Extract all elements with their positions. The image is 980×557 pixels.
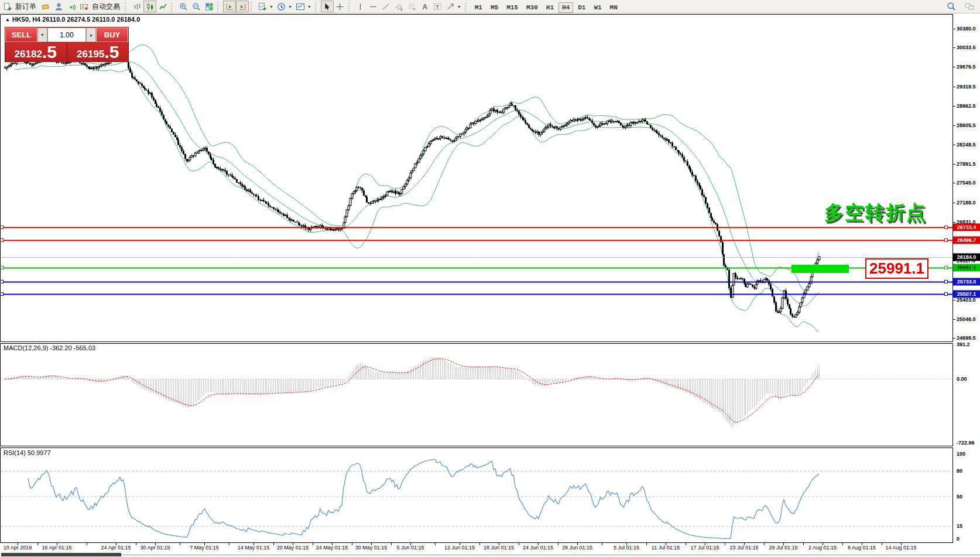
toolbar-gripper [465, 2, 468, 11]
candle-chart-button[interactable] [143, 1, 156, 12]
cursor-button[interactable] [321, 1, 334, 12]
volume-decrease-button[interactable]: ▼ [37, 28, 47, 42]
time-tick-mark [332, 543, 333, 545]
time-minor-tick-mark [37, 543, 38, 545]
timeframe-button-W1[interactable]: W1 [590, 2, 605, 13]
price-tick-label: 29319.5 [957, 84, 976, 90]
rsi-tick-label: 50 [957, 494, 962, 500]
timeframe-button-M30[interactable]: M30 [523, 2, 542, 13]
time-tick-mark [538, 543, 539, 545]
rsi-pane[interactable] [0, 447, 953, 543]
buy-price[interactable]: 26195.5 [68, 43, 129, 62]
pivot-annotation-text[interactable]: 多空转折点 [824, 200, 927, 226]
arrows-dropdown[interactable]: ▼ [444, 1, 463, 12]
periods-dropdown[interactable]: ▼ [275, 1, 294, 12]
line-chart-icon [159, 2, 167, 11]
time-tick-mark [705, 543, 705, 545]
time-tick-label: 11 Jul 01:15 [652, 545, 680, 551]
indicators-dropdown[interactable]: ▼ [294, 1, 313, 12]
time-tick-label: 30 May 01:15 [355, 545, 388, 551]
chat-button[interactable] [962, 1, 976, 12]
time-tick-label: 24 Apr 01:15 [101, 545, 131, 551]
auto-scroll-button[interactable] [223, 1, 236, 12]
timeframe-button-H4[interactable]: H4 [558, 2, 573, 13]
current-price-badge: 26184.0 [953, 253, 980, 261]
timeframe-button-MN[interactable]: MN [606, 2, 621, 13]
zoom-out-button[interactable] [190, 1, 203, 12]
buy-price-pips: .5 [104, 43, 119, 61]
new-chart-dropdown[interactable]: ▼ [256, 1, 275, 12]
chart-title: ▲HK50, H4 26110.0 26274.5 26110.0 26184.… [5, 16, 140, 23]
equidistant-channel-button[interactable]: E [393, 1, 406, 12]
time-tick-label: 12 Jun 01:15 [444, 545, 475, 551]
trendline-button[interactable] [380, 1, 393, 12]
crosshair-button[interactable] [334, 1, 347, 12]
price-tick-mark [953, 164, 955, 165]
time-tick-mark [116, 543, 116, 545]
sell-price[interactable]: 26182.5 [5, 43, 66, 62]
time-tick-label: 10 Apr 2019 [4, 545, 32, 551]
horizontal-scrollbar-track[interactable] [121, 555, 980, 555]
vertical-line-icon [356, 2, 365, 11]
fibonacci-icon: F [407, 2, 416, 11]
search-button[interactable] [945, 1, 958, 12]
main-toolbar: 新订单 自动交易 [0, 0, 980, 13]
timeframe-button-H1[interactable]: H1 [543, 2, 557, 13]
text-button[interactable]: A [419, 1, 431, 12]
clock-icon [277, 2, 286, 11]
time-tick-label: 30 Apr 01:15 [140, 545, 170, 551]
arrows-icon [446, 2, 455, 11]
timeframe-button-M1[interactable]: M1 [471, 2, 486, 13]
new-chart-icon [258, 2, 267, 11]
line-chart-button[interactable] [156, 1, 169, 12]
new-order-button[interactable]: 新订单 [2, 1, 39, 12]
rsi-tick-label: 15 [957, 523, 962, 529]
time-tick-mark [460, 543, 460, 545]
text-label-button[interactable]: T [431, 1, 444, 12]
price-level-textbox[interactable]: 25991.1 [865, 258, 928, 279]
toolbar-gripper [171, 2, 174, 11]
time-minor-tick-mark [435, 543, 436, 545]
chart-shift-button[interactable] [236, 1, 249, 12]
time-tick-label: 18 Jun 01:15 [484, 545, 514, 551]
time-tick-label: 14 Aug 01:15 [885, 545, 916, 551]
collapse-triangle-icon[interactable]: ▲ [5, 17, 10, 22]
tile-windows-button[interactable] [203, 1, 215, 12]
time-tick-mark [253, 543, 254, 545]
volume-input[interactable] [47, 28, 86, 42]
price-tick-label: 30033.5 [957, 45, 976, 50]
cursor-icon [323, 2, 331, 11]
main-price-pane[interactable] [0, 14, 953, 342]
metaeditor-button[interactable] [39, 1, 52, 12]
bar-chart-button[interactable] [131, 1, 143, 12]
time-minor-tick-mark [352, 543, 352, 545]
autotrading-label: 自动交易 [91, 2, 121, 12]
volume-increase-button[interactable]: ▲ [86, 28, 96, 42]
vertical-line-button[interactable] [354, 1, 367, 12]
fibonacci-button[interactable]: F [406, 1, 419, 12]
autotrading-button[interactable]: 自动交易 [78, 1, 123, 12]
sell-button[interactable]: SELL [5, 28, 37, 42]
rsi-tick-label: 80 [957, 468, 962, 474]
search-icon [947, 2, 956, 11]
dropdown-caret: ▼ [269, 5, 273, 9]
hline-price-badge: 25991.1 [953, 264, 980, 271]
timeframe-button-M5[interactable]: M5 [487, 2, 502, 13]
zoom-in-icon [179, 2, 188, 11]
macd-pane[interactable] [0, 343, 953, 446]
horizontal-line-button[interactable] [367, 1, 380, 12]
time-tick-mark [204, 543, 205, 545]
zoom-in-button[interactable] [177, 1, 190, 12]
horizontal-scrollbar-thumb[interactable] [1, 553, 121, 556]
time-minor-tick-mark [646, 543, 647, 545]
zoom-out-icon [192, 2, 201, 11]
price-tick-label: 25046.0 [957, 316, 976, 322]
signals-button[interactable] [65, 1, 78, 12]
timeframe-button-M15[interactable]: M15 [503, 2, 522, 13]
profile-button[interactable] [52, 1, 65, 12]
timeframe-button-D1[interactable]: D1 [574, 2, 589, 13]
buy-button[interactable]: BUY [96, 28, 128, 42]
price-tick-label: 28962.5 [957, 103, 976, 109]
price-tick-mark [953, 29, 955, 29]
time-tick-label: 24 May 01:15 [316, 545, 348, 551]
